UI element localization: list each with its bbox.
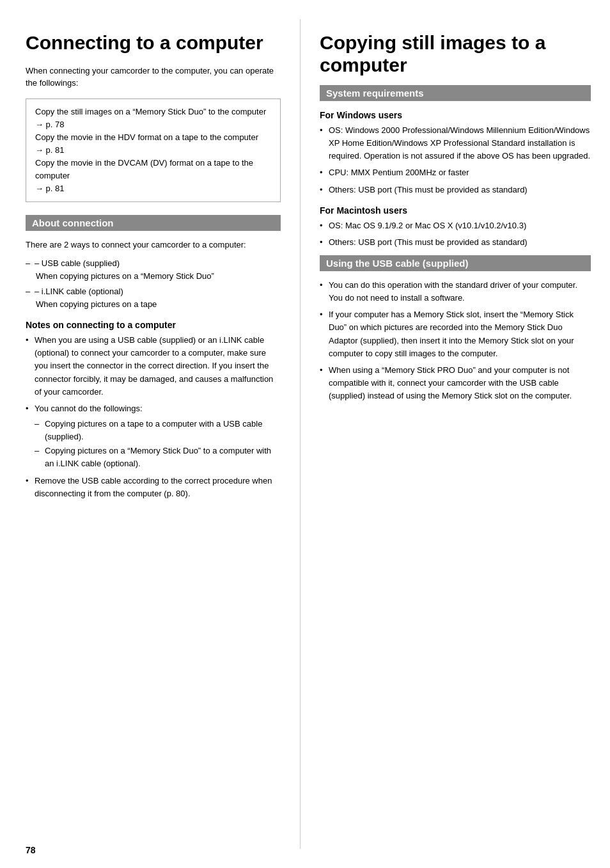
windows-item-3: Others: USB port (This must be provided … (320, 184, 591, 196)
infobox-line-2: Copy the movie in the HDV format on a ta… (35, 132, 258, 142)
notes-item-3: Remove the USB cable according to the co… (26, 475, 281, 500)
usb-list: You can do this operation with the stand… (320, 279, 591, 402)
notes-title: Notes on connecting to a computer (26, 320, 281, 330)
notes-item-1-text: When you are using a USB cable (supplied… (35, 335, 273, 397)
mac-list: OS: Mac OS 9.1/9.2 or Mac OS X (v10.1/v1… (320, 219, 591, 249)
infobox-arrow-2: → p. 81 (35, 145, 65, 155)
infobox-line-3: Copy the movie in the DVCAM (DV) format … (35, 158, 253, 180)
windows-item-2: CPU: MMX Pentium 200MHz or faster (320, 166, 591, 179)
notes-item-3-text: Remove the USB cable according to the co… (35, 476, 272, 498)
windows-item-1: OS: Windows 2000 Professional/Windows Mi… (320, 124, 591, 162)
usb-item-3: When using a “Memory Stick PRO Duo” and … (320, 364, 591, 402)
notes-list: When you are using a USB cable (supplied… (26, 334, 281, 500)
mac-item-1: OS: Mac OS 9.1/9.2 or Mac OS X (v10.1/v1… (320, 219, 591, 232)
infobox-arrow-3: → p. 81 (35, 184, 65, 193)
dash-item-ilink: – i.LINK cable (optional) When copying p… (26, 285, 281, 311)
infobox-arrow-1: → p. 78 (35, 120, 65, 129)
page: Connecting to a computer When connecting… (0, 0, 610, 868)
windows-title: For Windows users (320, 110, 591, 120)
left-column: Connecting to a computer When connecting… (0, 19, 301, 849)
cannot-item-1: Copying pictures on a tape to a computer… (35, 418, 281, 443)
usb-section-header: Using the USB cable (supplied) (320, 255, 591, 271)
right-title: Copying still images to a computer (320, 32, 591, 76)
cannot-item-1-text: Copying pictures on a tape to a computer… (45, 419, 262, 441)
dash-item-ilink-sub: When copying pictures on a tape (35, 298, 281, 311)
left-title: Connecting to a computer (26, 32, 281, 54)
mac-title: For Macintosh users (320, 205, 591, 216)
dash-item-usb-sub: When copying pictures on a “Memory Stick… (35, 270, 281, 283)
info-box: Copy the still images on a “Memory Stick… (26, 99, 281, 203)
mac-item-2: Others: USB port (This must be provided … (320, 236, 591, 249)
about-connection-header: About connection (26, 215, 281, 231)
about-body: There are 2 ways to connect your camcord… (26, 239, 281, 251)
cannot-list: Copying pictures on a tape to a computer… (35, 418, 281, 471)
system-req-header: System requirements (320, 85, 591, 101)
cannot-item-2-text: Copying pictures on a “Memory Stick Duo”… (45, 446, 271, 468)
usb-item-2: If your computer has a Memory Stick slot… (320, 308, 591, 360)
about-dash-list: – USB cable (supplied) When copying pict… (26, 257, 281, 312)
notes-item-2: You cannot do the followings: Copying pi… (26, 402, 281, 471)
windows-list: OS: Windows 2000 Professional/Windows Mi… (320, 124, 591, 196)
right-column: Copying still images to a computer Syste… (301, 19, 610, 849)
page-number: 78 (26, 845, 36, 855)
left-intro: When connecting your camcorder to the co… (26, 65, 281, 90)
infobox-line-1: Copy the still images on a “Memory Stick… (35, 107, 266, 116)
notes-item-2-text: You cannot do the followings: (35, 404, 143, 413)
cannot-item-2: Copying pictures on a “Memory Stick Duo”… (35, 445, 281, 470)
dash-item-usb-main: – USB cable (supplied) (35, 258, 120, 268)
notes-item-1: When you are using a USB cable (supplied… (26, 334, 281, 398)
usb-item-1: You can do this operation with the stand… (320, 279, 591, 304)
dash-item-ilink-main: – i.LINK cable (optional) (35, 287, 123, 296)
dash-item-usb: – USB cable (supplied) When copying pict… (26, 257, 281, 283)
